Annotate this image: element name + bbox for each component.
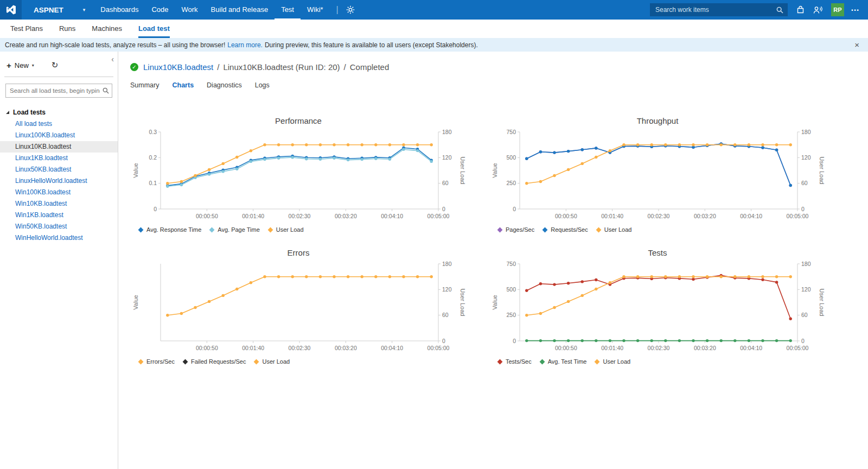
test-name-link[interactable]: Linux10KB.loadtest: [143, 62, 213, 72]
legend-marker-icon: [596, 227, 601, 232]
legend-label: Errors/Sec: [146, 358, 175, 365]
sidebar-search: [5, 84, 112, 98]
settings-gear-icon[interactable]: [346, 5, 355, 14]
legend-marker-icon: [183, 359, 188, 364]
banner-text: Create and run high-scale load tests, an…: [5, 41, 225, 49]
user-avatar[interactable]: RP: [831, 3, 844, 16]
completed-check-icon: ✓: [130, 63, 138, 71]
loadtest-item[interactable]: Linux10KB.loadtest: [0, 141, 118, 153]
load-test-sidebar: ‹ + New ▾ ↻ Load tests All load testsLin…: [0, 52, 118, 469]
load-test-search-input[interactable]: [5, 84, 112, 98]
run-breadcrumb: ✓ Linux10KB.loadtest / Linux10KB.loadtes…: [130, 62, 868, 72]
svg-text:0.2: 0.2: [149, 154, 157, 161]
svg-text:Value: Value: [492, 295, 498, 309]
svg-text:00:00:50: 00:00:50: [555, 345, 577, 351]
feedback-person-icon[interactable]: [813, 6, 822, 14]
tree-expander-icon: [6, 111, 9, 114]
svg-text:00:04:10: 00:04:10: [381, 213, 403, 219]
loadtest-item[interactable]: WinHelloWorld.loadtest: [0, 232, 118, 244]
loadtest-item[interactable]: Linux50KB.loadtest: [0, 164, 118, 175]
nav-divider: |: [336, 0, 339, 20]
refresh-icon[interactable]: ↻: [52, 60, 59, 70]
svg-text:00:05:00: 00:05:00: [427, 345, 450, 351]
chart-legend: Avg. Response TimeAvg. Page TimeUser Loa…: [130, 226, 467, 233]
loadtest-item[interactable]: Win100KB.loadtest: [0, 187, 118, 198]
top-nav-item[interactable]: Dashboards: [94, 0, 145, 20]
more-ellipsis-icon[interactable]: …: [851, 3, 859, 13]
hub-tab[interactable]: Test Plans: [10, 20, 43, 38]
main-tab[interactable]: Diagnostics: [207, 81, 242, 89]
new-button[interactable]: + New ▾: [7, 61, 34, 69]
svg-text:60: 60: [801, 312, 808, 318]
svg-text:0: 0: [801, 338, 805, 344]
legend-item: Tests/Sec: [498, 358, 532, 365]
top-nav-item[interactable]: Test: [275, 0, 301, 20]
chart-title: Errors: [130, 248, 467, 257]
legend-item: Avg. Page Time: [210, 226, 259, 233]
loadtest-item[interactable]: LinuxHelloWorld.loadtest: [0, 175, 118, 187]
loadtest-item[interactable]: Win10KB.loadtest: [0, 198, 118, 210]
main-tab[interactable]: Logs: [255, 81, 270, 89]
project-chevron-down-icon[interactable]: ▾: [83, 7, 86, 12]
hub-tab[interactable]: Machines: [92, 20, 122, 38]
hub-tab[interactable]: Load test: [138, 20, 170, 38]
legend-marker-icon: [595, 359, 600, 364]
chart-plot: 06012018000:00:5000:01:4000:02:3000:03:2…: [130, 258, 467, 357]
legend-marker-icon: [138, 227, 144, 232]
search-work-items-input[interactable]: [654, 5, 776, 14]
legend-item: Avg. Response Time: [139, 226, 201, 233]
legend-label: Tests/Sec: [506, 358, 532, 365]
svg-text:250: 250: [506, 180, 516, 186]
legend-item: User Load: [597, 226, 632, 233]
svg-text:User Load: User Load: [819, 289, 825, 316]
svg-text:00:05:00: 00:05:00: [427, 213, 450, 219]
legend-label: Avg. Test Time: [548, 358, 587, 365]
learn-more-link[interactable]: Learn more.: [227, 41, 263, 49]
svg-text:User Load: User Load: [459, 289, 466, 316]
svg-text:00:02:30: 00:02:30: [289, 213, 311, 219]
loadtest-item[interactable]: Linux100KB.loadtest: [0, 130, 118, 141]
loadtest-item[interactable]: Win1KB.loadtest: [0, 210, 118, 221]
chart-tests: Tests 025050075006012018000:00:5000:01:4…: [489, 248, 826, 365]
hub-tab[interactable]: Runs: [59, 20, 75, 38]
svg-text:180: 180: [442, 129, 452, 135]
main-tab[interactable]: Summary: [130, 81, 159, 89]
main-tab[interactable]: Charts: [172, 81, 194, 89]
marketplace-bag-icon[interactable]: [796, 5, 805, 14]
sidebar-collapse-icon[interactable]: ‹: [111, 55, 114, 64]
vsts-logo[interactable]: [0, 0, 22, 20]
chart-plot: 00.10.20.306012018000:00:5000:01:4000:02…: [130, 126, 467, 225]
legend-label: User Load: [604, 226, 632, 233]
svg-text:0: 0: [442, 206, 445, 212]
svg-text:00:01:40: 00:01:40: [601, 213, 623, 219]
work-item-search[interactable]: [650, 3, 788, 16]
project-name[interactable]: ASPNET: [34, 6, 63, 14]
svg-text:00:03:20: 00:03:20: [694, 345, 716, 351]
legend-marker-icon: [267, 227, 273, 232]
loadtest-item[interactable]: All load tests: [0, 118, 118, 130]
legend-item: Requests/Sec: [543, 226, 588, 233]
top-nav-item[interactable]: Work: [175, 0, 204, 20]
svg-text:00:04:10: 00:04:10: [740, 213, 762, 219]
top-nav-item[interactable]: Wiki*: [301, 0, 330, 20]
svg-text:00:04:10: 00:04:10: [381, 345, 403, 351]
svg-text:180: 180: [801, 261, 811, 267]
legend-marker-icon: [254, 359, 259, 364]
chart-legend: Errors/SecFailed Requests/SecUser Load: [130, 358, 467, 365]
loadtest-item[interactable]: Win50KB.loadtest: [0, 221, 118, 232]
legend-item: User Load: [269, 226, 304, 233]
legend-item: User Load: [254, 358, 290, 365]
tree-root-load-tests[interactable]: Load tests: [0, 106, 118, 118]
top-nav-item[interactable]: Code: [145, 0, 175, 20]
top-nav: DashboardsCodeWorkBuild and ReleaseTestW…: [94, 0, 329, 20]
chart-plot: 025050075006012018000:00:5000:01:4000:02…: [489, 126, 826, 225]
legend-label: User Load: [262, 358, 290, 365]
visual-studio-logo-icon: [6, 5, 16, 15]
legend-label: Pages/Sec: [506, 226, 534, 233]
svg-text:00:00:50: 00:00:50: [555, 213, 577, 219]
svg-text:00:03:20: 00:03:20: [335, 345, 357, 351]
loadtest-item[interactable]: Linux1KB.loadtest: [0, 153, 118, 164]
top-nav-item[interactable]: Build and Release: [205, 0, 275, 20]
load-test-tree: Load tests All load testsLinux100KB.load…: [0, 106, 118, 244]
banner-close-icon[interactable]: ×: [854, 38, 859, 52]
